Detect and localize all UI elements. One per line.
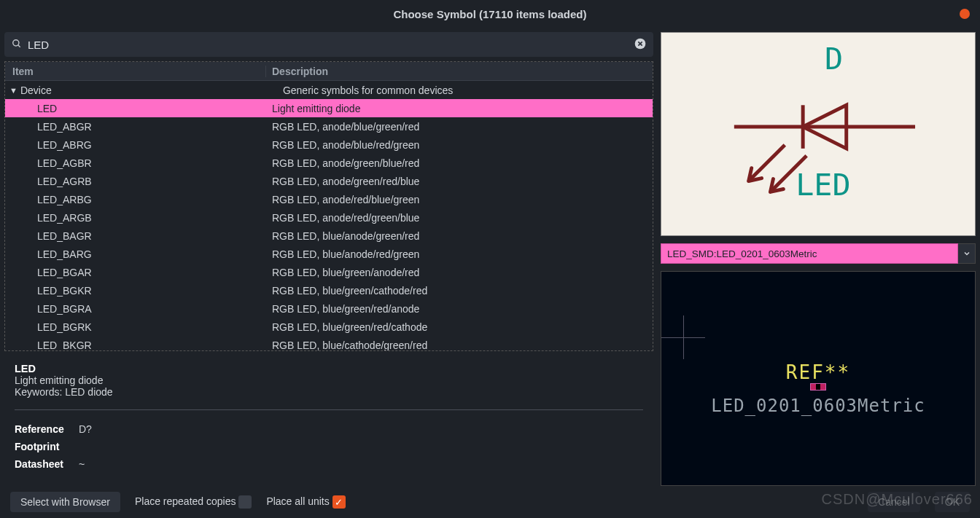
- item-name: LED_BAGR: [5, 230, 266, 242]
- list-item[interactable]: LED_ABRGRGB LED, anode/blue/red/green: [5, 136, 653, 154]
- detail-title: LED: [15, 363, 643, 374]
- item-name: LED_BGAR: [5, 267, 266, 278]
- item-name: LED_AGRB: [5, 176, 266, 187]
- category-row[interactable]: ▼DeviceGeneric symbols for common device…: [5, 81, 653, 99]
- item-name: LED_BGRA: [5, 303, 266, 315]
- chevron-down-icon[interactable]: [958, 243, 976, 264]
- clear-icon[interactable]: [634, 38, 646, 52]
- datasheet-value: ~: [79, 458, 85, 470]
- list-item[interactable]: LED_AGBRRGB LED, anode/green/blue/red: [5, 154, 653, 172]
- item-name: LED: [5, 103, 266, 114]
- item-desc: RGB LED, anode/red/blue/green: [266, 194, 653, 205]
- reference-label: Reference: [15, 423, 71, 435]
- item-name: LED_BGRK: [5, 321, 266, 333]
- checkbox-on-icon[interactable]: ✓: [332, 495, 346, 509]
- item-desc: RGB LED, blue/anode/red/green: [266, 248, 653, 260]
- list-item[interactable]: LEDLight emitting diode: [5, 99, 653, 117]
- column-item[interactable]: Item: [5, 66, 266, 77]
- svg-point-0: [13, 39, 19, 45]
- footprint-pad-icon: [810, 383, 826, 391]
- item-desc: RGB LED, anode/blue/green/red: [266, 121, 653, 133]
- list-item[interactable]: LED_BGKRRGB LED, blue/green/cathode/red: [5, 281, 653, 299]
- footprint-select-value[interactable]: LED_SMD:LED_0201_0603Metric: [661, 243, 958, 264]
- symbol-ref: D: [825, 41, 843, 76]
- place-repeated-checkbox[interactable]: Place repeated copies: [135, 495, 252, 509]
- search-icon: [12, 39, 22, 51]
- item-desc: RGB LED, blue/green/anode/red: [266, 267, 653, 278]
- item-name: LED_BARG: [5, 248, 266, 260]
- details-panel: LED Light emitting diode Keywords: LED d…: [4, 356, 653, 486]
- svg-line-1: [18, 44, 20, 47]
- footprint-preview: REF** LED_0201_0603Metric: [661, 271, 976, 486]
- list-item[interactable]: LED_BGRKRGB LED, blue/green/red/cathode: [5, 318, 653, 336]
- svg-line-6: [749, 145, 785, 181]
- ok-button[interactable]: OK: [935, 492, 970, 512]
- titlebar: Choose Symbol (17110 items loaded): [0, 0, 980, 28]
- category-desc: Generic symbols for common devices: [277, 85, 653, 96]
- item-desc: RGB LED, anode/green/blue/red: [266, 157, 653, 169]
- search-input[interactable]: [28, 39, 629, 51]
- item-desc: RGB LED, blue/green/red/cathode: [266, 321, 653, 333]
- list-item[interactable]: LED_BGRARGB LED, blue/green/red/anode: [5, 299, 653, 318]
- list-item[interactable]: LED_AGRBRGB LED, anode/green/red/blue: [5, 172, 653, 190]
- footprint-name: LED_0201_0603Metric: [711, 396, 925, 416]
- item-desc: RGB LED, anode/blue/red/green: [266, 139, 653, 151]
- item-desc: Light emitting diode: [266, 103, 653, 114]
- symbol-preview: D LED: [661, 32, 976, 236]
- select-with-browser-button[interactable]: Select with Browser: [10, 492, 120, 512]
- item-name: LED_BKGR: [5, 340, 266, 351]
- footer: Select with Browser Place repeated copie…: [0, 486, 980, 518]
- list-item[interactable]: LED_BARGRGB LED, blue/anode/red/green: [5, 245, 653, 263]
- item-name: LED_ARBG: [5, 194, 266, 205]
- footprint-select[interactable]: LED_SMD:LED_0201_0603Metric: [661, 243, 976, 264]
- item-name: LED_ABGR: [5, 121, 266, 133]
- detail-keywords: Keywords: LED diode: [15, 386, 643, 398]
- close-icon[interactable]: [960, 9, 970, 19]
- symbol-label: LED: [796, 167, 850, 203]
- reference-value: D?: [79, 423, 92, 435]
- divider: [15, 409, 643, 410]
- item-desc: RGB LED, blue/anode/green/red: [266, 230, 653, 242]
- list-item[interactable]: LED_BAGRRGB LED, blue/anode/green/red: [5, 227, 653, 245]
- item-name: LED_ARGB: [5, 212, 266, 224]
- item-desc: RGB LED, anode/red/green/blue: [266, 212, 653, 224]
- item-name: LED_AGBR: [5, 157, 266, 169]
- item-desc: RGB LED, anode/green/red/blue: [266, 176, 653, 187]
- item-desc: RGB LED, blue/green/cathode/red: [266, 285, 653, 297]
- detail-subtitle: Light emitting diode: [15, 374, 643, 386]
- list-item[interactable]: LED_BGARRGB LED, blue/green/anode/red: [5, 263, 653, 281]
- item-desc: RGB LED, blue/cathode/green/red: [266, 340, 653, 351]
- column-description[interactable]: Description: [266, 66, 653, 77]
- list-item[interactable]: LED_ARGBRGB LED, anode/red/green/blue: [5, 208, 653, 227]
- list-item[interactable]: LED_ARBGRGB LED, anode/red/blue/green: [5, 190, 653, 208]
- cancel-button[interactable]: Cancel: [868, 492, 920, 512]
- window-title: Choose Symbol (17110 items loaded): [393, 8, 586, 20]
- list-item[interactable]: LED_BKGRRGB LED, blue/cathode/green/red: [5, 336, 653, 350]
- expand-icon[interactable]: ▼: [9, 86, 18, 95]
- item-name: LED_ABRG: [5, 139, 266, 151]
- datasheet-label: Datasheet: [15, 458, 71, 470]
- place-all-units-checkbox[interactable]: Place all units ✓: [266, 495, 345, 509]
- footprint-label: Footprint: [15, 441, 71, 452]
- symbol-table: Item Description ▼DeviceGeneric symbols …: [4, 61, 653, 351]
- search-box[interactable]: [4, 32, 653, 57]
- footprint-ref: REF**: [786, 361, 850, 383]
- item-name: LED_BGKR: [5, 285, 266, 297]
- category-name: Device: [20, 85, 277, 96]
- list-item[interactable]: LED_ABGRRGB LED, anode/blue/green/red: [5, 117, 653, 136]
- item-desc: RGB LED, blue/green/red/anode: [266, 303, 653, 315]
- checkbox-off-icon[interactable]: [238, 495, 252, 509]
